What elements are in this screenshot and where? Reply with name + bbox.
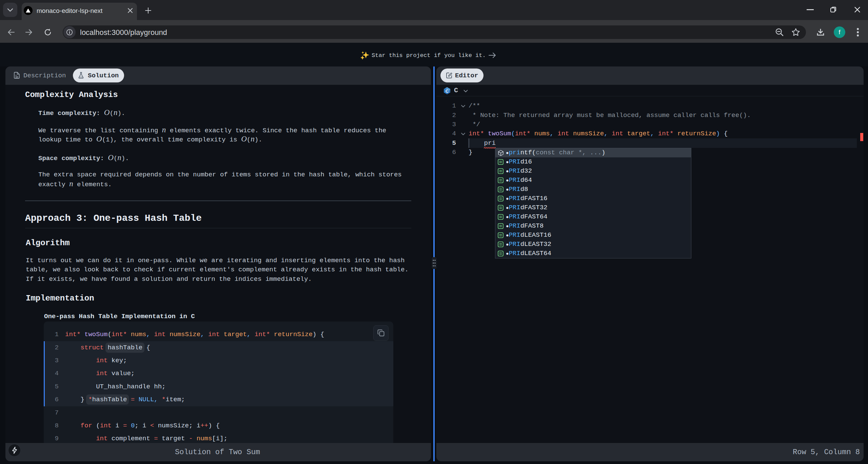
svg-text:C: C	[446, 89, 449, 94]
